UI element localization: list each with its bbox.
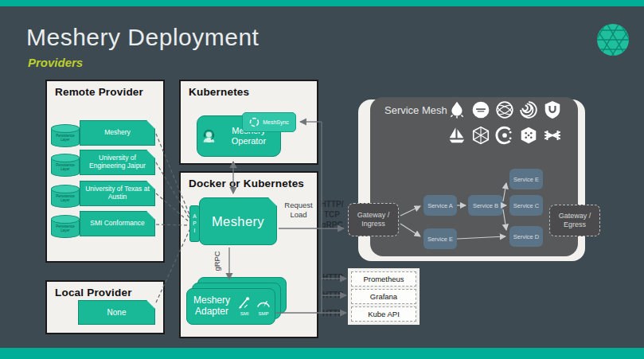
service-e-node-top: Service E: [509, 169, 543, 189]
slide-subtitle: Providers: [28, 56, 83, 69]
smi-badge: SMI: [237, 296, 252, 317]
service-b-node: Service B: [468, 195, 503, 216]
gateway-ingress-box: Gateway / Ingress: [348, 203, 399, 236]
smp-label: SMP: [258, 310, 268, 317]
meshsync-label: MeshSync: [263, 119, 289, 125]
service-mesh-logos-row1: [447, 100, 562, 119]
request-load-label: Request Load: [280, 201, 317, 220]
service-d-node: Service D: [509, 226, 543, 247]
remote-provider-meshery: Meshery: [80, 120, 155, 146]
http-label: HTTP: [318, 273, 347, 282]
api-tab: API: [189, 205, 200, 242]
remote-provider-title: Remote Provider: [55, 86, 143, 98]
service-mesh-title: Service Mesh: [384, 104, 447, 116]
service-mesh-logos-row2: [447, 126, 562, 145]
hexagon-mesh-logo-icon: [519, 126, 538, 145]
slide-canvas: Meshery Deployment Providers Remote Prov…: [0, 0, 644, 359]
mesh-sphere-logo-icon: [495, 100, 514, 119]
prometheus-box: Prometheus: [351, 271, 416, 287]
meshery-adapter-label: Meshery Adapter: [190, 295, 233, 318]
grpc-label: gRPC: [213, 248, 222, 275]
service-mesh-box: [370, 97, 578, 256]
smi-icon: [237, 296, 252, 310]
remote-provider-smi: SMI Conformance: [80, 211, 155, 236]
kubernetes-title: Kubernetes: [189, 86, 249, 98]
service-e-node-left: Service E: [423, 228, 457, 249]
remote-provider-texas: University of Texas at Austin: [80, 181, 155, 206]
smp-badge: SMP: [256, 296, 271, 317]
service-a-node: Service A: [423, 195, 457, 216]
protocol-label: HTTP/ TCP gRPC: [315, 199, 349, 230]
cube-mesh-logo-icon: [471, 126, 490, 145]
knot-logo-icon: [543, 126, 562, 145]
meshery-logo-icon: [595, 22, 630, 57]
meshery-box: Meshery: [199, 197, 277, 245]
swirl-logo-icon: [519, 100, 538, 119]
meshsync-badge: MeshSync: [242, 112, 296, 132]
protocol-line: gRPC: [315, 220, 349, 230]
shield-logo-icon: [543, 100, 562, 119]
sailboat-logo-icon: [447, 126, 466, 145]
smp-gauge-icon: [256, 296, 271, 310]
kube-api-box: Kube API: [351, 306, 416, 322]
operator-icon: [201, 126, 217, 146]
local-provider-none: None: [78, 300, 155, 325]
smi-label: SMI: [240, 310, 249, 317]
grafana-box: Grafana: [351, 289, 416, 304]
flame-logo-icon: [447, 100, 466, 119]
protocol-line: TCP: [315, 209, 349, 220]
persistence-db-cylinder: Persistence Layer: [51, 126, 80, 147]
round-badge-logo-icon: [471, 100, 490, 119]
top-accent-bar: [0, 0, 644, 6]
service-c-node: Service C: [509, 195, 543, 216]
protocol-line: HTTP/: [315, 199, 349, 209]
persistence-db-cylinder: Persistence Layer: [51, 186, 80, 208]
meshsync-icon: [249, 117, 260, 127]
http-label: HTTP: [318, 291, 347, 299]
local-provider-title: Local Provider: [55, 287, 132, 299]
http-label: HTTP: [318, 309, 347, 318]
docker-kubernetes-title: Docker or Kubernetes: [189, 178, 304, 189]
persistence-db-cylinder: Persistence Layer: [51, 155, 80, 177]
bottom-accent-bar: [0, 348, 644, 359]
meshery-adapter-box: Meshery Adapter SMI SMP: [186, 288, 275, 325]
slide-title: Meshery Deployment: [26, 24, 259, 51]
gateway-egress-box: Gateway / Egress: [549, 205, 600, 236]
remote-provider-jaipur: University of Engineering Jaipur: [80, 150, 155, 175]
arc-dot-logo-icon: [495, 126, 514, 145]
persistence-db-cylinder: Persistence Layer: [51, 217, 80, 238]
